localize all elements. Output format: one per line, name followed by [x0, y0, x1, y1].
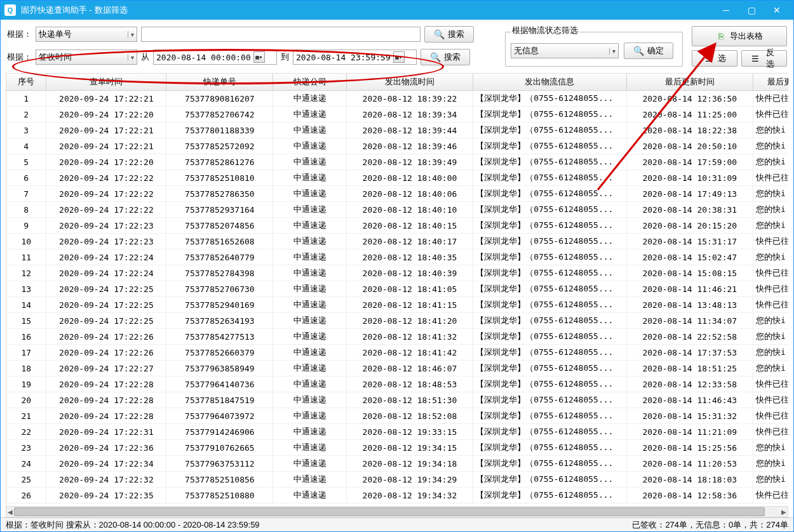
table-cell: 快件已往	[753, 488, 788, 503]
scroll-left-icon[interactable]: ◀	[8, 509, 13, 515]
table-cell: 2020-08-14 18:51:25	[626, 361, 753, 376]
table-row[interactable]: 212020-09-24 17:22:2875377964073972中通速递2…	[6, 408, 788, 424]
table-row[interactable]: 132020-09-24 17:22:2575377852706730中通速递2…	[6, 281, 788, 297]
column-header[interactable]: 发出物流信息	[473, 74, 626, 91]
calendar-icon[interactable]: ▦▾	[253, 51, 265, 63]
table-row[interactable]: 192020-09-24 17:22:2875377964140736中通速递2…	[6, 376, 788, 392]
table-row[interactable]: 152020-09-24 17:22:2575377852634193中通速递2…	[6, 313, 788, 329]
table-cell: 75377852861276	[166, 154, 273, 170]
table-cell: 中通速递	[273, 297, 346, 313]
table-row[interactable]: 32020-09-24 17:22:2175377801188339中通速递20…	[6, 123, 788, 138]
filter1-input[interactable]	[141, 27, 421, 42]
search-button-1[interactable]: 🔍 搜索	[424, 26, 474, 43]
table-cell: 中通速递	[273, 186, 346, 202]
table-row[interactable]: 242020-09-24 17:22:3475377963753112中通速递2…	[6, 456, 788, 472]
table-cell: 2020-08-14 17:37:53	[626, 345, 753, 361]
table-row[interactable]: 222020-09-24 17:22:3175377914246906中通速递2…	[6, 424, 788, 440]
export-button-label: 导出表格	[730, 30, 763, 42]
table-cell: 2020-09-24 17:22:22	[46, 170, 166, 186]
column-header[interactable]: 快递公司	[273, 74, 346, 91]
table-cell: 快件已往	[753, 297, 788, 313]
table-cell: 中通速递	[273, 91, 346, 107]
table-cell: 快件已往	[753, 424, 788, 440]
table-cell: 中通速递	[273, 249, 346, 265]
filter2-select-value: 签收时间	[39, 51, 72, 63]
table-cell: 2020-09-24 17:22:22	[46, 186, 166, 202]
title-bar: Q 固乔快递查询助手 - 数据筛选 ─ ▢ ✕	[1, 1, 793, 20]
table-cell: 2020-08-14 15:02:47	[626, 249, 753, 265]
calendar-icon[interactable]: ▦▾	[393, 51, 405, 63]
table-cell: 2020-08-14 15:31:32	[626, 408, 753, 424]
scroll-right-icon[interactable]: ▶	[781, 509, 786, 515]
table-row[interactable]: 12020-09-24 17:22:2175377890816207中通速递20…	[6, 91, 788, 107]
table-row[interactable]: 112020-09-24 17:22:2475377852640779中通速递2…	[6, 249, 788, 265]
table-cell: 24	[6, 456, 46, 472]
invert-select-button[interactable]: ☰ 反选	[741, 50, 787, 67]
table-scroll-area[interactable]: 序号查单时间快递单号快递公司发出物流时间发出物流信息最后更新时间最后更 1202…	[6, 74, 788, 506]
column-header[interactable]: 查单时间	[46, 74, 166, 91]
table-cell: 8	[6, 202, 46, 218]
date-from-value: 2020-08-14 00:00:00	[156, 53, 251, 62]
table-cell: 【深圳龙华】（0755-61248055...	[473, 313, 626, 329]
maximize-button[interactable]: ▢	[739, 1, 764, 20]
table-row[interactable]: 122020-09-24 17:22:2475377852784398中通速递2…	[6, 265, 788, 281]
table-cell: 2020-08-12 19:34:32	[346, 488, 473, 503]
column-header[interactable]: 最后更新时间	[626, 74, 753, 91]
table-row[interactable]: 42020-09-24 17:22:2175377852572092中通速递20…	[6, 138, 788, 154]
table-row[interactable]: 82020-09-24 17:22:2275377852937164中通速递20…	[6, 202, 788, 218]
table-row[interactable]: 22020-09-24 17:22:2075377852706742中通速递20…	[6, 107, 788, 123]
table-cell: 中通速递	[273, 123, 346, 138]
table-row[interactable]: 162020-09-24 17:22:2675377854277513中通速递2…	[6, 329, 788, 345]
table-row[interactable]: 102020-09-24 17:22:2375377851652608中通速递2…	[6, 234, 788, 249]
close-button[interactable]: ✕	[764, 1, 790, 20]
table-cell: 11	[6, 249, 46, 265]
table-cell: 75377852660379	[166, 345, 273, 361]
table-cell: 2020-09-24 17:22:28	[46, 392, 166, 408]
scroll-thumb[interactable]	[14, 507, 765, 516]
column-header[interactable]: 序号	[6, 74, 46, 91]
table-row[interactable]: 62020-09-24 17:22:2275377852510810中通速递20…	[6, 170, 788, 186]
table-row[interactable]: 202020-09-24 17:22:2875377851847519中通速递2…	[6, 392, 788, 408]
filter1-select[interactable]: 快递单号 ▾	[36, 27, 137, 42]
search-icon: 🔍	[633, 46, 643, 56]
column-header[interactable]: 快递单号	[166, 74, 273, 91]
table-row[interactable]: 172020-09-24 17:22:2675377852660379中通速递2…	[6, 345, 788, 361]
table-row[interactable]: 232020-09-24 17:22:3675377910762665中通速递2…	[6, 440, 788, 456]
export-button[interactable]: ⎘ 导出表格	[692, 26, 787, 46]
filter2-select[interactable]: 签收时间 ▾	[36, 50, 137, 65]
table-cell: 2020-08-14 20:38:31	[626, 202, 753, 218]
select-button[interactable]: ☰ 选	[692, 50, 737, 67]
table-row[interactable]: 72020-09-24 17:22:2275377852786350中通速递20…	[6, 186, 788, 202]
logistics-status-select[interactable]: 无信息 ▾	[511, 43, 619, 58]
table-cell: 2020-08-12 18:39:49	[346, 154, 473, 170]
search-button-2[interactable]: 🔍 搜索	[421, 49, 470, 65]
table-cell: 2020-09-24 17:22:22	[46, 202, 166, 218]
table-cell: 1	[6, 91, 46, 107]
table-row[interactable]: 92020-09-24 17:22:2375377852074856中通速递20…	[6, 218, 788, 234]
chevron-down-icon: ▾	[609, 48, 616, 55]
table-cell: 75377964073972	[166, 408, 273, 424]
table-row[interactable]: 142020-09-24 17:22:2575377852940169中通速递2…	[6, 297, 788, 313]
table-cell: 中通速递	[273, 202, 346, 218]
confirm-button-label: 确定	[647, 45, 664, 57]
table-cell: 9	[6, 218, 46, 234]
table-cell: 2020-08-12 18:41:20	[346, 313, 473, 329]
table-row[interactable]: 262020-09-24 17:22:3575377852510880中通速递2…	[6, 488, 788, 503]
confirm-button[interactable]: 🔍 确定	[624, 43, 673, 59]
date-to-input[interactable]: 2020-08-14 23:59:59 ▦▾	[293, 50, 417, 65]
horizontal-scrollbar[interactable]: ◀ ▶	[6, 506, 788, 517]
table-row[interactable]: 182020-09-24 17:22:2775377963858949中通速递2…	[6, 361, 788, 376]
chevron-down-icon: ▾	[128, 31, 134, 38]
table-cell: 您的快i	[753, 186, 788, 202]
status-bar: 根据：签收时间 搜索从：2020-08-14 00:00:00 - 2020-0…	[1, 517, 793, 531]
filter2-label: 根据：	[7, 51, 32, 63]
column-header[interactable]: 最后更	[753, 74, 788, 91]
table-row[interactable]: 52020-09-24 17:22:2075377852861276中通速递20…	[6, 154, 788, 170]
column-header[interactable]: 发出物流时间	[346, 74, 473, 91]
minimize-button[interactable]: ─	[713, 1, 739, 20]
table-row[interactable]: 252020-09-24 17:22:3275377852510856中通速递2…	[6, 472, 788, 488]
table-cell: 中通速递	[273, 472, 346, 488]
table-cell: 75377890816207	[166, 91, 273, 107]
table-cell: 2020-08-14 18:22:38	[626, 123, 753, 138]
date-from-input[interactable]: 2020-08-14 00:00:00 ▦▾	[153, 50, 277, 65]
